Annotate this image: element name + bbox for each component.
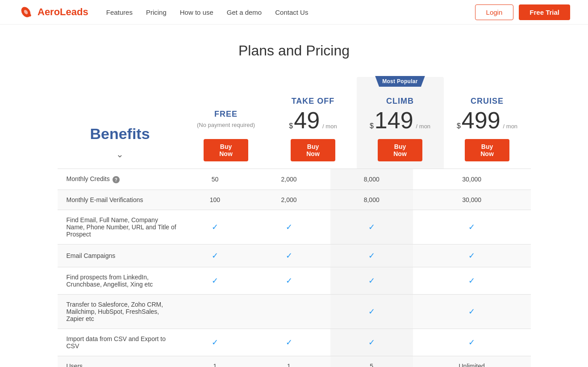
logo-text: AeroLeads [38,6,88,18]
plan-climb-price: $ 149 / mon [370,109,430,132]
price-per-cruise: / mon [503,123,518,130]
benefits-column: Benefits ⌄ [58,116,183,169]
feature-value: ✓ [413,245,531,267]
feature-value: 8,000 [330,190,413,210]
check-icon: ✓ [368,251,375,260]
nav-features[interactable]: Features [106,8,133,16]
feature-value: ✓ [330,245,413,267]
feature-value: ✓ [330,295,413,329]
feature-name-cell: Find prospects from LinkedIn, Crunchbase… [58,267,183,295]
price-dollar-takeoff: $ [289,122,293,130]
plan-cruise-price: $ 499 / mon [457,109,517,132]
plan-takeoff-price: $ 49 / mon [289,109,337,132]
feature-value: ✓ [413,267,531,295]
feature-value: ✓ [413,295,531,329]
check-icon: ✓ [212,223,218,232]
feature-value: ✓ [413,210,531,245]
feature-value [247,295,330,329]
feature-name: Monthly Credits [67,175,110,182]
table-row: Monthly E-mail Verifications1002,0008,00… [58,190,531,210]
feature-name-cell: Users [58,356,183,367]
feature-value: Unlimited [413,356,531,367]
feature-value: 8,000 [330,169,413,190]
feature-value: ✓ [183,210,248,245]
benefits-title: Benefits [90,125,150,143]
feature-value: 5 [330,356,413,367]
table-row: Find prospects from LinkedIn, Crunchbase… [58,267,531,295]
svg-point-2 [29,14,31,17]
login-button[interactable]: Login [475,4,514,20]
feature-value: 1 [183,356,248,367]
table-row: Transfer to Salesforce, Zoho CRM, Mailch… [58,295,531,329]
page-content: Plans and Pricing Benefits ⌄ FREE (No pa… [49,25,540,367]
feature-value: ✓ [247,210,330,245]
nav-pricing[interactable]: Pricing [146,8,167,16]
free-trial-button[interactable]: Free Trial [519,4,570,20]
page-title: Plans and Pricing [58,42,531,59]
nav-links: Features Pricing How to use Get a demo C… [106,8,475,16]
nav-getdemo[interactable]: Get a demo [227,8,262,16]
feature-value: ✓ [247,245,330,267]
price-dollar-climb: $ [370,122,374,130]
check-icon: ✓ [212,276,218,285]
table-row: Users115Unlimited [58,356,531,367]
feature-value: ✓ [183,245,248,267]
plan-takeoff: TAKE OFF $ 49 / mon Buy Now [270,84,357,169]
feature-value: ✓ [247,267,330,295]
feature-value: ✓ [183,329,248,356]
feature-value: ✓ [330,210,413,245]
feature-name-cell: Transfer to Salesforce, Zoho CRM, Mailch… [58,295,183,329]
feature-value: ✓ [183,267,248,295]
nav-howtouse[interactable]: How to use [180,8,213,16]
table-row: Find Email, Full Name, Company Name, Pho… [58,210,531,245]
plan-climb: Most Popular CLIMB $ 149 / mon Buy Now [357,77,444,169]
check-icon: ✓ [468,276,475,285]
check-icon: ✓ [212,338,218,347]
feature-value: ✓ [330,329,413,356]
check-icon: ✓ [368,223,375,232]
price-per-climb: / mon [416,123,431,130]
check-icon: ✓ [368,307,375,316]
buy-now-free[interactable]: Buy Now [204,139,248,161]
navbar: AeroLeads Features Pricing How to use Ge… [0,0,588,25]
feature-name-cell: Import data from CSV and Export to CSV [58,329,183,356]
table-row: Email Campaigns✓✓✓✓ [58,245,531,267]
buy-now-takeoff[interactable]: Buy Now [291,139,335,161]
feature-value: 30,000 [413,169,531,190]
most-popular-badge: Most Popular [375,76,425,87]
price-dollar-cruise: $ [457,122,461,130]
logo[interactable]: AeroLeads [18,4,88,20]
plan-cruise-name: CRUISE [471,97,504,106]
feature-name-cell: Monthly E-mail Verifications [58,190,183,210]
check-icon: ✓ [286,251,292,260]
check-icon: ✓ [468,223,475,232]
table-row: Import data from CSV and Export to CSV✓✓… [58,329,531,356]
feature-value: 100 [183,190,248,210]
feature-value: 30,000 [413,190,531,210]
nav-contactus[interactable]: Contact Us [275,8,308,16]
check-icon: ✓ [468,251,475,260]
feature-name-cell: Find Email, Full Name, Company Name, Pho… [58,210,183,245]
feature-table: Monthly Credits?502,0008,00030,000Monthl… [58,169,531,367]
check-icon: ✓ [212,251,218,260]
feature-value: 2,000 [247,190,330,210]
check-icon: ✓ [468,307,475,316]
feature-value: 1 [247,356,330,367]
feature-value: 2,000 [247,169,330,190]
buy-now-climb[interactable]: Buy Now [378,139,422,161]
check-icon: ✓ [286,276,292,285]
info-icon[interactable]: ? [113,176,120,183]
check-icon: ✓ [368,338,375,347]
plan-takeoff-name: TAKE OFF [292,97,335,106]
feature-name-cell: Monthly Credits? [58,169,183,190]
table-row: Monthly Credits?502,0008,00030,000 [58,169,531,190]
feature-value: ✓ [247,329,330,356]
price-number-climb: 149 [375,109,413,132]
price-number-cruise: 499 [462,109,500,132]
buy-now-cruise[interactable]: Buy Now [465,139,509,161]
feature-value: 50 [183,169,248,190]
chevron-down-icon: ⌄ [116,149,124,160]
price-per-takeoff: / mon [322,123,337,130]
check-icon: ✓ [368,276,375,285]
feature-name-cell: Email Campaigns [58,245,183,267]
